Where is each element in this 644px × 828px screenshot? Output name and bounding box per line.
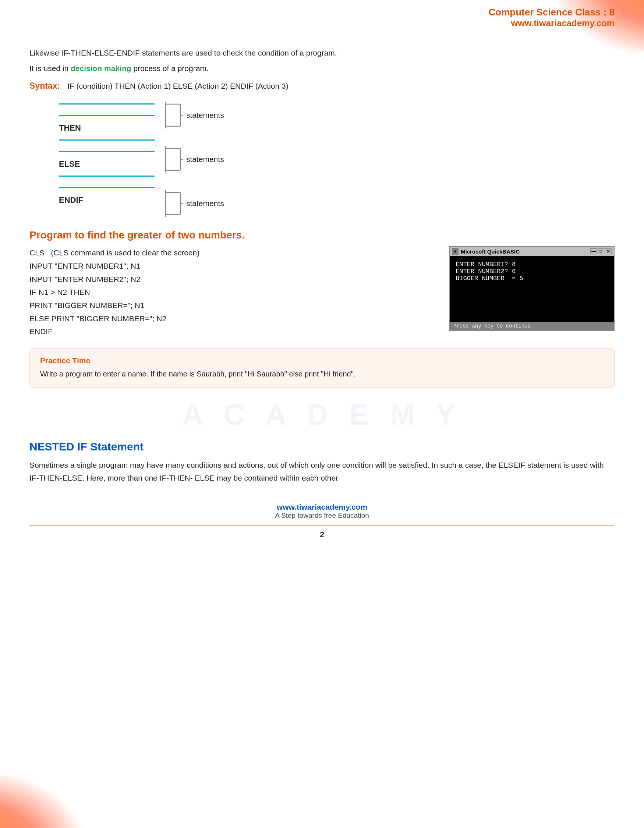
statements-label-3: statements — [186, 199, 224, 208]
footer-url: www.tiwariacademy.com — [30, 503, 614, 511]
diagram-line6 — [59, 183, 162, 192]
page-content: Likewise IF-THEN-ELSE-ENDIF statements a… — [0, 32, 644, 572]
qbasic-icon: ■ — [452, 248, 459, 255]
intro-line2: It is used in decision making process of… — [30, 62, 614, 75]
intro-line1: Likewise IF-THEN-ELSE-ENDIF statements a… — [30, 47, 614, 59]
if-then-else-diagram: THEN ELSE ENDIF — [59, 98, 614, 218]
code-line-6: ENDIF — [30, 325, 431, 338]
page-footer: www.tiwariacademy.com A Step towards fre… — [30, 503, 614, 550]
footer-tagline: A Step towards free Education — [30, 511, 614, 520]
blue-line-5 — [59, 176, 155, 177]
code-section: CLS (CLS command is used to clear the sc… — [30, 246, 614, 338]
else-keyword: ELSE — [59, 159, 162, 169]
code-line-4: PRINT "BIGGER NUMBER="; N1 — [30, 299, 431, 312]
code-line-5: ELSE PRINT "BIGGER NUMBER="; N2 — [30, 312, 431, 325]
qbasic-status-bar: Press any key to continue — [450, 322, 614, 330]
nested-heading: NESTED IF Statement — [30, 441, 614, 453]
practice-title: Practice Time — [40, 356, 604, 365]
qbasic-close-btn[interactable]: ✕ — [605, 248, 612, 254]
bracket-svg-2 — [162, 144, 184, 174]
diagram-line5 — [59, 172, 162, 180]
syntax-text: IF (condition) THEN (Action 1) ELSE (Act… — [67, 82, 288, 91]
qbasic-window: ■ Microsoft QuickBASIC — □ ✕ ENTER NUMBE… — [449, 246, 614, 331]
blue-line-3 — [59, 140, 155, 141]
header-url: www.tiwariacademy.com — [30, 18, 614, 28]
header-title: Computer Science Class : 8 — [30, 6, 614, 18]
qbasic-output-line-2: ENTER NUMBER2? 6 — [456, 268, 608, 275]
qbasic-title-text: Microsoft QuickBASIC — [461, 248, 520, 255]
practice-text: Write a program to enter a name. If the … — [40, 368, 604, 380]
bracket-svg-1 — [162, 100, 184, 130]
qbasic-output-line-3: BIGGER NUMBER = 5 — [456, 275, 608, 282]
qbasic-output-line-1: ENTER NUMBER1? 8 — [456, 261, 608, 268]
footer-page-number: 2 — [30, 530, 614, 539]
code-lines-block: CLS (CLS command is used to clear the sc… — [30, 246, 431, 338]
page-header: Computer Science Class : 8 www.tiwariaca… — [0, 0, 644, 32]
qbasic-title-left: ■ Microsoft QuickBASIC — [452, 248, 520, 255]
qbasic-maximize-btn[interactable]: □ — [598, 248, 604, 254]
diagram-brackets-column: statements statements — [162, 100, 224, 218]
qbasic-minimize-btn[interactable]: — — [590, 248, 597, 254]
syntax-line: Syntax: IF (condition) THEN (Action 1) E… — [30, 81, 614, 91]
blue-line-4 — [59, 151, 155, 152]
blue-line-6 — [59, 187, 155, 188]
diagram-line2 — [59, 111, 162, 119]
qbasic-titlebar: ■ Microsoft QuickBASIC — □ ✕ — [450, 247, 614, 256]
intro-line2-end: process of a program. — [132, 64, 208, 72]
qbasic-output: ENTER NUMBER1? 8 ENTER NUMBER2? 6 BIGGER… — [450, 256, 614, 322]
program-heading: Program to find the greater of two numbe… — [30, 229, 614, 241]
diagram-line3 — [59, 136, 162, 144]
academy-watermark: A C A D E M Y — [30, 398, 614, 432]
intro-line2-start: It is used in — [30, 64, 71, 72]
blue-line-2 — [59, 115, 155, 116]
code-line-0: CLS (CLS command is used to clear the sc… — [30, 246, 431, 259]
bracket-group-2: statements — [162, 144, 224, 174]
diagram-line1 — [59, 100, 162, 108]
nested-text: Sometimes a single program may have many… — [30, 459, 614, 484]
blue-line-1 — [59, 104, 155, 105]
qbasic-controls: — □ ✕ — [590, 248, 612, 254]
then-keyword: THEN — [59, 123, 162, 133]
syntax-label: Syntax: — [30, 81, 60, 91]
bottom-left-gradient — [0, 769, 88, 828]
statements-label-2: statements — [186, 155, 224, 164]
diagram-lines-column: THEN ELSE ENDIF — [59, 98, 162, 218]
code-line-3: IF N1 > N2 THEN — [30, 285, 431, 299]
endif-keyword: ENDIF — [59, 195, 162, 205]
code-line-1: INPUT "ENTER NUMBER1"; N1 — [30, 259, 431, 273]
bracket-group-1: statements — [162, 100, 224, 130]
practice-box: Practice Time Write a program to enter a… — [30, 348, 614, 387]
diagram-line4 — [59, 147, 162, 156]
code-line-2: INPUT "ENTER NUMBER2"; N2 — [30, 273, 431, 286]
bracket-svg-3 — [162, 189, 184, 218]
intro-highlight: decision making — [71, 64, 132, 72]
statements-label-1: statements — [186, 111, 224, 119]
footer-divider — [30, 525, 614, 526]
bracket-group-3: statements — [162, 189, 224, 218]
